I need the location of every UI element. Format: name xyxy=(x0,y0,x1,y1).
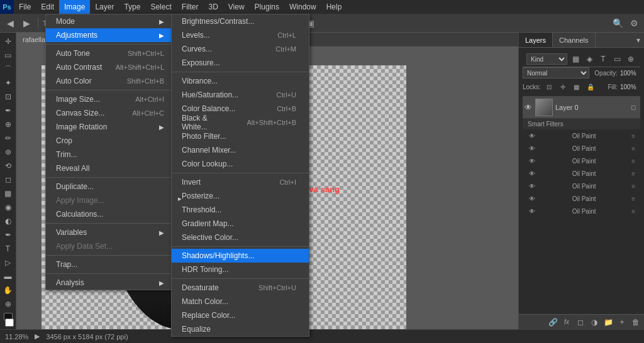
menu-image[interactable]: Image xyxy=(59,0,90,14)
add-mask-btn[interactable]: ◻ xyxy=(575,317,586,328)
crop-tool[interactable]: ⊡ xyxy=(1,90,15,103)
adj-gradient-map[interactable]: Gradient Map... xyxy=(172,217,309,231)
move-tool[interactable]: ✛ xyxy=(1,35,15,48)
lock-all-btn[interactable]: 🔒 xyxy=(585,81,596,92)
filter-4-visibility-icon[interactable]: 👁 xyxy=(528,169,536,178)
image-menu-canvas-size[interactable]: Canvas Size... Alt+Ctrl+C xyxy=(46,106,177,120)
image-menu-trim[interactable]: Trim... xyxy=(46,148,177,161)
gradient-tool[interactable]: ▦ xyxy=(1,187,15,200)
history-tool[interactable]: ⟲ xyxy=(1,160,15,172)
zoom-tool[interactable]: ⊕ xyxy=(1,298,15,310)
image-menu-duplicate[interactable]: Duplicate... xyxy=(46,180,177,193)
adj-equalize[interactable]: Equalize xyxy=(172,322,309,336)
adj-replace-color[interactable]: Replace Color... xyxy=(172,308,309,322)
adj-match-color[interactable]: Match Color... xyxy=(172,295,309,308)
layer-filter-type-btn[interactable]: T xyxy=(597,53,609,65)
panel-collapse-btn[interactable]: ▾ xyxy=(633,33,644,47)
kind-select[interactable]: Kind xyxy=(526,53,567,65)
forward-btn[interactable]: ▶ xyxy=(19,16,33,30)
image-menu-apply-data[interactable]: Apply Data Set... xyxy=(46,239,177,253)
image-menu-reveal-all[interactable]: Reveal All xyxy=(46,161,177,175)
image-menu-auto-tone[interactable]: Auto Tone Shift+Ctrl+L xyxy=(46,46,177,60)
adj-posterize[interactable]: Posterize... xyxy=(172,189,309,203)
adj-hdr-toning[interactable]: HDR Toning... xyxy=(172,263,309,276)
adj-photo-filter[interactable]: Photo Filter... xyxy=(172,129,309,143)
adj-channel-mixer[interactable]: Channel Mixer... xyxy=(172,143,309,157)
link-layers-btn[interactable]: 🔗 xyxy=(547,317,558,328)
adj-threshold[interactable]: Threshold... xyxy=(172,203,309,217)
lasso-tool[interactable]: ⌒ xyxy=(1,63,15,75)
lock-pixel-btn[interactable]: ⊡ xyxy=(543,81,555,92)
image-menu-image-rotation[interactable]: Image Rotation ▶ xyxy=(46,120,177,134)
adj-desaturate[interactable]: Desaturate Shift+Ctrl+U xyxy=(172,281,309,295)
adj-invert[interactable]: Invert Ctrl+I xyxy=(172,175,309,189)
tab-layers[interactable]: Layers xyxy=(519,33,553,47)
filter-item-6[interactable]: 👁 Oil Paint ≡ xyxy=(523,192,640,205)
adj-shadows-highlights[interactable]: Shadows/Highlights... xyxy=(172,249,309,263)
image-menu-crop[interactable]: Crop xyxy=(46,134,177,148)
pen-tool[interactable]: ✒ xyxy=(1,229,15,241)
adj-selective-color[interactable]: Selective Color... xyxy=(172,231,309,244)
image-menu-auto-contrast[interactable]: Auto Contrast Alt+Shift+Ctrl+L xyxy=(46,60,177,74)
adjustment-btn[interactable]: ◑ xyxy=(589,317,600,328)
tab-channels[interactable]: Channels xyxy=(553,33,595,47)
filter-7-visibility-icon[interactable]: 👁 xyxy=(528,207,536,215)
adj-brightness-contrast[interactable]: Brightness/Contrast... xyxy=(172,14,309,28)
adj-black-white[interactable]: Black & White... Alt+Shift+Ctrl+B xyxy=(172,116,309,129)
filter-2-visibility-icon[interactable]: 👁 xyxy=(528,144,536,153)
text-tool[interactable]: T xyxy=(1,242,15,255)
image-menu-auto-color[interactable]: Auto Color Shift+Ctrl+B xyxy=(46,74,177,88)
layer-0-mask-btn[interactable]: ◻ xyxy=(628,102,639,113)
menu-type[interactable]: Type xyxy=(119,0,145,14)
filter-6-visibility-icon[interactable]: 👁 xyxy=(528,194,536,203)
image-menu-trap[interactable]: Trap... xyxy=(46,258,177,271)
eyedropper-tool[interactable]: ✒ xyxy=(1,104,15,117)
menu-select[interactable]: Select xyxy=(145,0,176,14)
healing-tool[interactable]: ⊕ xyxy=(1,118,15,131)
filter-item-4[interactable]: 👁 Oil Paint ≡ xyxy=(523,167,640,180)
image-menu-calculations[interactable]: Calculations... xyxy=(46,207,177,221)
layer-filter-shape-btn[interactable]: ▭ xyxy=(611,53,623,65)
menu-edit[interactable]: Edit xyxy=(36,0,59,14)
adj-hue-saturation[interactable]: Hue/Saturation... Ctrl+U xyxy=(172,88,309,102)
layer-filter-smart-btn[interactable]: ⊕ xyxy=(625,53,636,65)
menu-plugins[interactable]: Plugins xyxy=(250,0,284,14)
delete-layer-btn[interactable]: 🗑 xyxy=(630,317,641,328)
fx-btn[interactable]: fx xyxy=(561,317,572,328)
blur-tool[interactable]: ◉ xyxy=(1,201,15,214)
lock-artboard-btn[interactable]: ▦ xyxy=(571,81,582,92)
filter-item-5[interactable]: 👁 Oil Paint ≡ xyxy=(523,180,640,192)
layer-0-visibility-icon[interactable]: 👁 xyxy=(524,103,533,112)
adj-color-lookup[interactable]: Color Lookup... xyxy=(172,157,309,171)
filter-1-visibility-icon[interactable]: 👁 xyxy=(528,131,536,140)
filter-3-visibility-icon[interactable]: 👁 xyxy=(528,156,536,165)
image-menu-image-size[interactable]: Image Size... Alt+Ctrl+I xyxy=(46,92,177,106)
new-layer-btn[interactable]: + xyxy=(616,317,628,328)
path-select-tool[interactable]: ▷ xyxy=(1,256,15,269)
menu-view[interactable]: View xyxy=(223,0,250,14)
folder-btn[interactable]: 📁 xyxy=(602,317,614,328)
hand-tool[interactable]: ✋ xyxy=(1,284,15,297)
menu-window[interactable]: Window xyxy=(284,0,321,14)
eraser-tool[interactable]: ◻ xyxy=(1,173,15,186)
settings-btn[interactable]: ⚙ xyxy=(627,16,641,30)
lock-position-btn[interactable]: ✛ xyxy=(557,81,569,92)
image-menu-adjustments[interactable]: Adjustments ▶ xyxy=(46,28,177,42)
magic-wand-tool[interactable]: ✦ xyxy=(1,77,15,89)
blend-mode-select[interactable]: Normal xyxy=(523,67,589,79)
adj-levels[interactable]: Levels... Ctrl+L xyxy=(172,28,309,42)
image-menu-variables[interactable]: Variables ▶ xyxy=(46,226,177,239)
filter-item-7[interactable]: 👁 Oil Paint ≡ xyxy=(523,205,640,217)
dodge-tool[interactable]: ◐ xyxy=(1,215,15,227)
search-btn[interactable]: 🔍 xyxy=(611,16,625,30)
adj-curves[interactable]: Curves... Ctrl+M xyxy=(172,42,309,56)
layer-filter-adj-btn[interactable]: ◈ xyxy=(584,53,595,65)
layer-filter-pixel-btn[interactable]: ▦ xyxy=(570,53,581,65)
adj-exposure[interactable]: Exposure... xyxy=(172,56,309,70)
filter-item-2[interactable]: 👁 Oil Paint ≡ xyxy=(523,142,640,155)
menu-3d[interactable]: 3D xyxy=(203,0,223,14)
filter-5-visibility-icon[interactable]: 👁 xyxy=(528,182,536,190)
brush-tool[interactable]: ✏ xyxy=(1,132,15,144)
menu-layer[interactable]: Layer xyxy=(90,0,119,14)
back-btn[interactable]: ◀ xyxy=(3,16,17,30)
